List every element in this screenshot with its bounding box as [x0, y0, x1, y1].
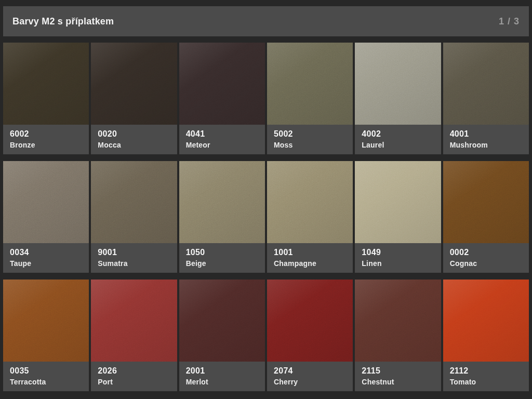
swatch-label: 1050 Beige	[179, 243, 265, 273]
swatch-tile-mocca[interactable]: 0020 Mocca	[91, 43, 177, 154]
swatch-label: 1049 Linen	[355, 243, 441, 273]
swatch-code: 0034	[10, 247, 82, 258]
swatch-code: 6002	[10, 129, 82, 139]
swatch-image	[443, 161, 529, 243]
swatch-label: 2026 Port	[91, 362, 177, 391]
swatch-name: Terracotta	[10, 377, 82, 387]
swatch-name: Cognac	[450, 258, 522, 269]
swatch-image	[267, 43, 353, 125]
swatch-name: Mushroom	[450, 140, 522, 150]
swatch-label: 4001 Mushroom	[443, 125, 529, 154]
swatch-tile-champagne[interactable]: 1001 Champagne	[267, 161, 353, 273]
swatch-code: 4041	[186, 129, 258, 139]
leather-texture	[443, 161, 529, 243]
swatch-tile-port[interactable]: 2026 Port	[91, 280, 177, 391]
swatch-code: 0020	[98, 129, 170, 139]
swatch-image	[267, 280, 353, 362]
swatch-tile-bronze[interactable]: 6002 Bronze	[3, 43, 89, 154]
swatch-code: 2026	[98, 366, 170, 376]
swatch-code: 9001	[98, 247, 170, 258]
swatch-name: Laurel	[362, 140, 434, 150]
swatch-label: 0034 Taupe	[3, 243, 89, 273]
swatch-name: Taupe	[10, 258, 82, 269]
leather-texture	[267, 161, 353, 243]
swatch-label: 1001 Champagne	[267, 243, 353, 273]
swatch-tile-beige[interactable]: 1050 Beige	[179, 161, 265, 273]
leather-texture	[355, 161, 441, 243]
swatch-tile-meteor[interactable]: 4041 Meteor	[179, 43, 265, 154]
swatch-name: Champagne	[274, 258, 346, 269]
swatch-name: Linen	[362, 258, 434, 269]
swatch-name: Bronze	[10, 140, 82, 150]
leather-texture	[3, 280, 89, 362]
swatch-image	[3, 43, 89, 125]
swatch-name: Merlot	[186, 377, 258, 387]
swatch-tile-merlot[interactable]: 2001 Merlot	[179, 280, 265, 391]
swatch-tile-cognac[interactable]: 0002 Cognac	[443, 161, 529, 273]
leather-texture	[443, 280, 529, 362]
swatch-code: 1049	[362, 247, 434, 258]
leather-texture	[179, 280, 265, 362]
swatch-label: 4041 Meteor	[179, 125, 265, 154]
swatch-image	[355, 280, 441, 362]
swatch-name: Mocca	[98, 140, 170, 150]
swatch-name: Beige	[186, 258, 258, 269]
swatch-tile-taupe[interactable]: 0034 Taupe	[3, 161, 89, 273]
leather-texture	[179, 43, 265, 125]
leather-texture	[443, 43, 529, 125]
swatch-tile-laurel[interactable]: 4002 Laurel	[355, 43, 441, 154]
swatch-tile-moss[interactable]: 5002 Moss	[267, 43, 353, 154]
leather-texture	[267, 43, 353, 125]
swatch-label: 2112 Tomato	[443, 362, 529, 391]
swatch-label: 2115 Chestnut	[355, 362, 441, 391]
swatch-name: Chestnut	[362, 377, 434, 387]
swatch-code: 2074	[274, 366, 346, 376]
swatch-code: 4001	[450, 129, 522, 139]
swatch-image	[91, 43, 177, 125]
swatch-label: 0035 Terracotta	[3, 362, 89, 391]
swatch-tile-cherry[interactable]: 2074 Cherry	[267, 280, 353, 391]
swatch-image	[443, 43, 529, 125]
swatch-image	[3, 161, 89, 243]
swatch-label: 0020 Mocca	[91, 125, 177, 154]
swatch-tile-mushroom[interactable]: 4001 Mushroom	[443, 43, 529, 154]
swatch-name: Port	[98, 377, 170, 387]
swatch-tile-linen[interactable]: 1049 Linen	[355, 161, 441, 273]
leather-texture	[179, 161, 265, 243]
swatch-image	[267, 161, 353, 243]
swatch-label: 6002 Bronze	[3, 125, 89, 154]
swatch-name: Cherry	[274, 377, 346, 387]
swatch-label: 0002 Cognac	[443, 243, 529, 273]
swatch-name: Sumatra	[98, 258, 170, 269]
swatch-tile-sumatra[interactable]: 9001 Sumatra	[91, 161, 177, 273]
swatch-image	[91, 161, 177, 243]
swatch-tile-chestnut[interactable]: 2115 Chestnut	[355, 280, 441, 391]
leather-texture	[91, 280, 177, 362]
swatch-image	[355, 43, 441, 125]
swatch-label: 2074 Cherry	[267, 362, 353, 391]
swatch-code: 0035	[10, 366, 82, 376]
swatch-label: 2001 Merlot	[179, 362, 265, 391]
swatch-code: 5002	[274, 129, 346, 139]
leather-texture	[91, 43, 177, 125]
swatch-code: 1001	[274, 247, 346, 258]
swatch-name: Meteor	[186, 140, 258, 150]
swatch-code: 4002	[362, 129, 434, 139]
swatch-code: 2001	[186, 366, 258, 376]
swatch-label: 5002 Moss	[267, 125, 353, 154]
leather-texture	[267, 280, 353, 362]
leather-texture	[3, 43, 89, 125]
swatch-image	[179, 161, 265, 243]
swatch-image	[355, 161, 441, 243]
swatch-tile-terracotta[interactable]: 0035 Terracotta	[3, 280, 89, 391]
swatch-image	[179, 43, 265, 125]
leather-texture	[91, 161, 177, 243]
swatch-name: Tomato	[450, 377, 522, 387]
swatch-code: 0002	[450, 247, 522, 258]
header-bar: Barvy M2 s příplatkem 1 / 3	[3, 6, 529, 36]
page-title: Barvy M2 s příplatkem	[12, 16, 114, 27]
swatch-tile-tomato[interactable]: 2112 Tomato	[443, 280, 529, 391]
swatch-image	[443, 280, 529, 362]
swatch-label: 9001 Sumatra	[91, 243, 177, 273]
swatch-image	[91, 280, 177, 362]
